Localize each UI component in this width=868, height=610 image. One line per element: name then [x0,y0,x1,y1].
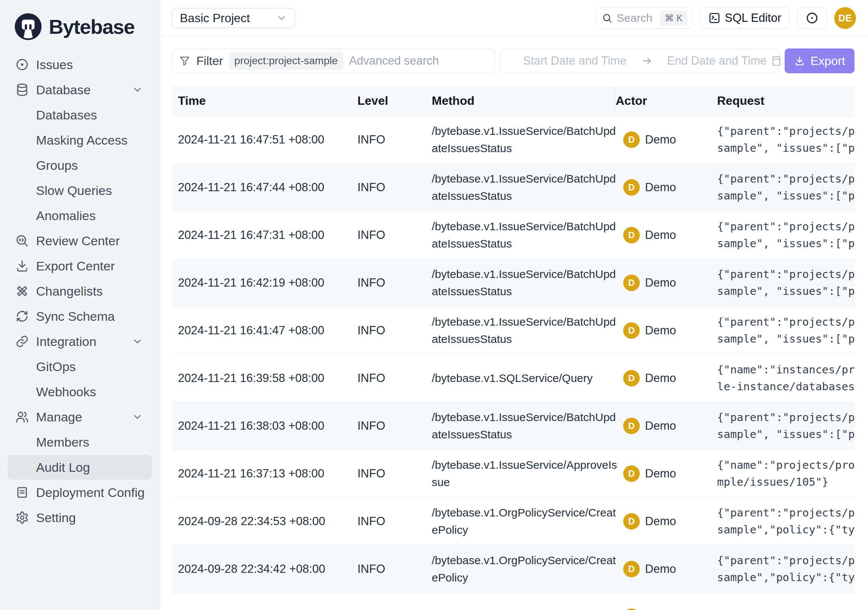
sidebar-item-label: Groups [36,158,78,173]
cell-level: INFO [357,562,432,576]
sidebar-item-label: Audit Log [36,460,90,475]
actor-name: Demo [645,228,676,242]
sidebar-item-label: Webhooks [36,385,96,399]
sidebar-nav: IssuesDatabaseDatabasesMasking AccessGro… [0,51,160,530]
sidebar-item-slow-queries[interactable]: Slow Queries [8,178,152,203]
sidebar-item-anomalies[interactable]: Anomalies [8,203,152,228]
audit-log-row[interactable]: 2024-11-21 16:47:51 +08:00INFO/bytebase.… [172,116,855,164]
cell-actor: DDemo [616,418,717,434]
cell-actor: DDemo [616,179,717,196]
audit-log-row[interactable]: 2024-11-21 16:41:47 +08:00INFO/bytebase.… [172,307,855,355]
audit-log-row[interactable]: /bytebase.v1.IssueService/BatchUpdD{"par… [172,593,855,610]
cell-level: INFO [357,324,432,337]
sidebar-item-deployment-config[interactable]: Deployment Config [8,480,152,505]
sql-editor-label: SQL Editor [725,11,781,25]
circle-dot-button[interactable] [797,8,827,28]
search-shortcut-badge: ⌘ K [660,11,687,26]
sidebar-item-gitops[interactable]: GitOps [8,354,152,379]
cell-request: {"parent":"projects/prsample", "issues":… [717,218,855,252]
cell-actor: DDemo [616,370,717,386]
filter-label: Filter [196,54,223,68]
search-input[interactable]: Search ⌘ K [595,8,692,28]
user-avatar[interactable]: DE [834,7,856,29]
terminal-icon [708,12,721,24]
sidebar-item-setting[interactable]: Setting [8,505,152,530]
actor-name: Demo [645,419,676,433]
sidebar-item-database[interactable]: Database [8,78,152,102]
export-button[interactable]: Export [785,48,854,73]
cell-method: /bytebase.v1.IssueService/BatchUpdateIss… [432,313,616,348]
sidebar-item-sync-schema[interactable]: Sync Schema [8,304,152,329]
sidebar-item-label: Anomalies [36,208,96,223]
sidebar-item-webhooks[interactable]: Webhooks [8,379,152,404]
chevron-down-icon [132,84,143,95]
cell-method: /bytebase.v1.OrgPolicyService/CreatePoli… [432,504,616,539]
cell-time: 2024-11-21 16:47:31 +08:00 [178,228,357,242]
database-icon [15,83,29,97]
project-selector[interactable]: Basic Project [172,8,295,28]
arrow-right-icon [642,56,652,66]
cell-request: {"parent":"projects/prsample", "issues":… [717,123,855,157]
audit-log-row[interactable]: 2024-11-21 16:38:03 +08:00INFO/bytebase.… [172,402,855,450]
actor-avatar: D [623,275,640,291]
sidebar-item-label: Issues [36,57,73,72]
cell-level: INFO [357,467,432,480]
actor-avatar: D [623,179,640,196]
audit-log-row[interactable]: 2024-11-21 16:37:13 +08:00INFO/bytebase.… [172,450,855,498]
sidebar-item-label: Integration [36,334,96,349]
chevron-down-icon [276,12,287,24]
refresh-icon [15,309,29,323]
search-icon [602,13,612,23]
users-icon [15,410,29,424]
sidebar-item-manage[interactable]: Manage [8,405,152,429]
audit-log-row[interactable]: 2024-11-21 16:39:58 +08:00INFO/bytebase.… [172,355,855,402]
sidebar-item-masking-access[interactable]: Masking Access [8,128,152,152]
sidebar-item-label: Members [36,435,89,450]
sidebar-item-export-center[interactable]: Export Center [8,253,152,278]
column-header-time: Time [178,94,357,108]
sidebar-item-review-center[interactable]: Review Center [8,228,152,253]
bytebase-logo[interactable]: Bytebase [0,0,160,51]
audit-log-row[interactable]: 2024-11-21 16:47:31 +08:00INFO/bytebase.… [172,211,855,259]
cell-method: /bytebase.v1.IssueService/BatchUpd [432,608,616,610]
cell-request: {"parent":"projects/prsample", "issues":… [717,314,855,348]
cell-time: 2024-11-21 16:38:03 +08:00 [178,419,357,433]
search-placeholder: Search [617,12,656,25]
export-label: Export [811,54,845,68]
sql-editor-button[interactable]: SQL Editor [700,8,790,28]
sidebar-item-changelists[interactable]: Changelists [8,279,152,304]
actor-avatar: D [623,132,640,148]
advanced-search-placeholder: Advanced search [349,54,439,68]
sidebar-item-members[interactable]: Members [8,430,152,455]
cell-actor: DDemo [616,132,717,148]
sidebar-item-issues[interactable]: Issues [8,52,152,77]
audit-log-row[interactable]: 2024-11-21 16:42:19 +08:00INFO/bytebase.… [172,259,855,307]
sidebar-item-integration[interactable]: Integration [8,329,152,354]
cell-level: INFO [357,228,432,242]
date-range-picker[interactable]: Start Date and Time End Date and Time [500,48,780,73]
sidebar: Bytebase IssuesDatabaseDatabasesMasking … [0,0,160,610]
cell-method: /bytebase.v1.IssueService/ApproveIssue [432,456,616,491]
audit-log-row[interactable]: 2024-09-28 22:34:42 +08:00INFO/bytebase.… [172,545,855,593]
audit-log-row[interactable]: 2024-11-21 16:47:44 +08:00INFO/bytebase.… [172,164,855,211]
advanced-search-input[interactable]: Filter project:project-sample Advanced s… [172,48,495,73]
sidebar-item-databases[interactable]: Databases [8,102,152,127]
sidebar-item-label: GitOps [36,360,76,374]
bytebase-app: Bytebase IssuesDatabaseDatabasesMasking … [0,0,868,610]
sidebar-item-audit-log[interactable]: Audit Log [8,455,152,480]
cell-time: 2024-09-28 22:34:42 +08:00 [178,562,357,576]
table-body: 2024-11-21 16:47:51 +08:00INFO/bytebase.… [172,116,855,610]
filter-icon [179,55,190,67]
download-icon [794,55,805,67]
cell-request: {"parent":"projects/prsample", "issues":… [717,409,855,443]
cell-level: INFO [357,276,432,290]
gear-icon [15,511,29,525]
calendar-icon [770,55,783,67]
filter-tag-project[interactable]: project:project-sample [229,52,343,70]
sidebar-item-groups[interactable]: Groups [8,153,152,178]
cell-actor: DDemo [616,227,717,244]
audit-log-row[interactable]: 2024-09-28 22:34:53 +08:00INFO/bytebase.… [172,498,855,545]
sidebar-item-label: Sync Schema [36,309,115,324]
cell-request: {"parent":"projects/prsample","policy":{… [717,504,855,538]
actor-avatar: D [623,370,640,386]
